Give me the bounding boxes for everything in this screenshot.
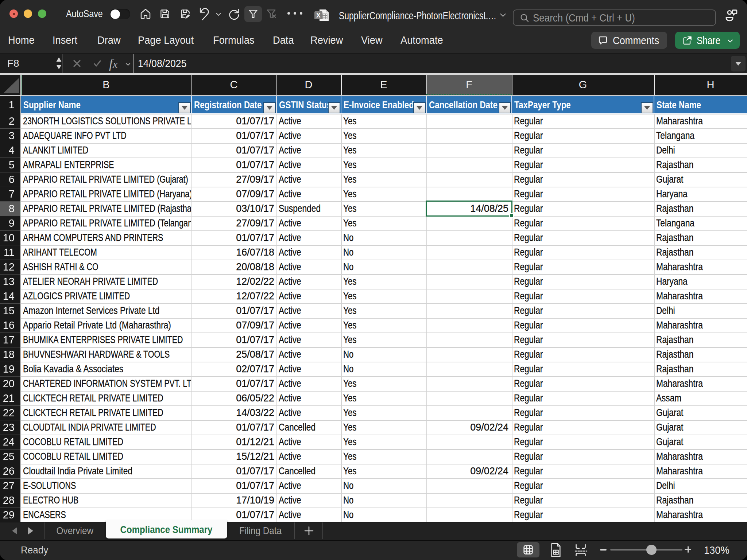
svg-text:X: X bbox=[316, 12, 321, 19]
